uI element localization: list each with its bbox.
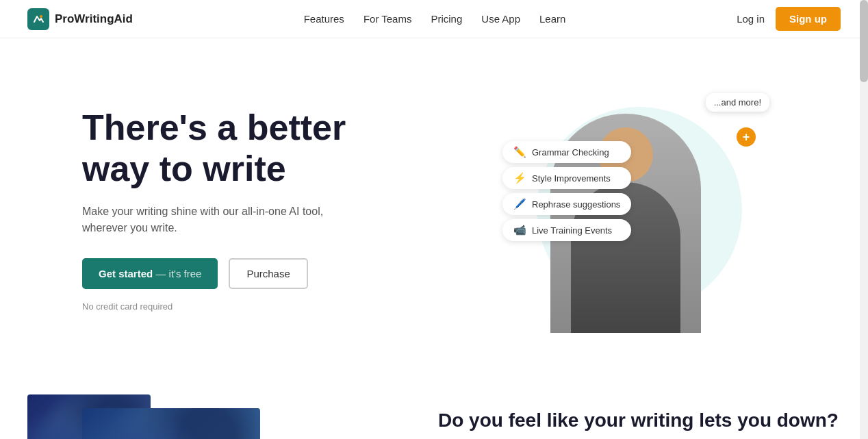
style-icon: ⚡ xyxy=(513,172,526,184)
section2-right: Do you feel like your writing lets you d… xyxy=(438,394,841,439)
feature-cards: ✏️ Grammar Checking ⚡ Style Improvements… xyxy=(502,141,631,241)
feature-card-rephrase: 🖊️ Rephrase suggestions xyxy=(502,193,631,215)
scrollbar-thumb[interactable] xyxy=(860,0,868,82)
hero-illustration: ...and more! + ✏️ Grammar Checking ⚡ Sty… xyxy=(509,86,769,333)
plus-badge: + xyxy=(737,127,756,147)
no-credit-text: No credit card required xyxy=(82,301,438,312)
more-tag: ...and more! xyxy=(706,93,769,112)
nav-use-app[interactable]: Use App xyxy=(481,13,520,25)
hero-left: There's a better way to write Make your … xyxy=(82,108,438,312)
feature-label-style: Style Improvements xyxy=(532,173,611,184)
hero-right: ...and more! + ✏️ Grammar Checking ⚡ Sty… xyxy=(438,79,841,340)
get-started-label: Get started xyxy=(99,268,153,279)
feature-card-style: ⚡ Style Improvements xyxy=(502,167,631,189)
rephrase-icon: 🖊️ xyxy=(513,198,526,210)
hero-title: There's a better way to write xyxy=(82,108,438,190)
nav-learn[interactable]: Learn xyxy=(539,13,565,25)
hero-section: There's a better way to write Make your … xyxy=(0,38,868,367)
section2-left: My idea in my head xyxy=(27,394,397,439)
hero-buttons: Get started — it's free Purchase xyxy=(82,258,438,289)
feature-card-training: 📹 Live Training Events xyxy=(502,219,631,241)
signup-button[interactable]: Sign up xyxy=(776,7,841,31)
feature-card-grammar: ✏️ Grammar Checking xyxy=(502,141,631,163)
grammar-icon: ✏️ xyxy=(513,146,526,158)
free-tag: — it's free xyxy=(155,268,201,279)
feature-label-grammar: Grammar Checking xyxy=(532,147,609,158)
nav-actions: Log in Sign up xyxy=(737,7,841,31)
logo-text: ProWritingAid xyxy=(55,12,133,26)
hero-subtitle: Make your writing shine with our all-in-… xyxy=(82,203,438,236)
swirl-bg-front xyxy=(82,408,260,439)
page-scrollbar[interactable] xyxy=(860,0,868,439)
feature-label-rephrase: Rephrase suggestions xyxy=(532,199,620,210)
hero-title-line1: There's a better xyxy=(82,108,346,147)
section2: My idea in my head Do you feel like your… xyxy=(0,367,868,439)
nav-features[interactable]: Features xyxy=(304,13,344,25)
header: ProWritingAid Features For Teams Pricing… xyxy=(0,0,868,38)
logo-area[interactable]: ProWritingAid xyxy=(27,8,133,30)
nav-pricing[interactable]: Pricing xyxy=(431,13,462,25)
painting-stack: My idea in my head xyxy=(27,394,260,439)
login-button[interactable]: Log in xyxy=(737,13,765,25)
purchase-button[interactable]: Purchase xyxy=(229,258,307,289)
main-nav: Features For Teams Pricing Use App Learn xyxy=(304,13,566,25)
hero-title-line2: way to write xyxy=(82,149,286,188)
nav-for-teams[interactable]: For Teams xyxy=(363,13,412,25)
get-started-button[interactable]: Get started — it's free xyxy=(82,258,218,289)
section2-title: Do you feel like your writing lets you d… xyxy=(438,408,841,433)
svg-point-1 xyxy=(40,15,42,18)
feature-label-training: Live Training Events xyxy=(532,225,612,236)
painting-front xyxy=(82,408,260,439)
training-icon: 📹 xyxy=(513,224,526,236)
logo-icon xyxy=(27,8,49,30)
